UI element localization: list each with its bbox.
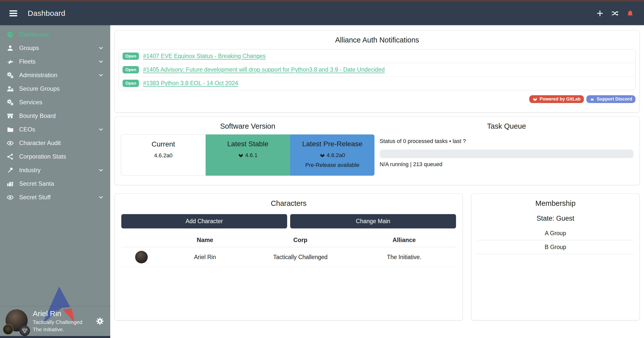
sidebar: Dashboard Groups Fleets Administra [0,25,110,338]
badge-label: Powered by GitLab [540,96,581,102]
add-character-button[interactable]: Add Character [121,214,287,228]
user-corporation: Tactically Challenged [33,318,82,326]
notifications-list: Open #1407 EVE Equinox Status - Breaking… [119,49,635,90]
user-settings-button[interactable] [96,317,104,325]
column-header-corp: Corp [248,233,352,247]
sidebar-item-label: Character Audit [19,139,61,147]
gears-icon [6,99,15,106]
sidebar-item-secret-santa[interactable]: Secret Santa [0,177,110,190]
sidebar-item-label: Fleets [19,58,35,65]
user-alliance: The Initiative. [33,326,82,333]
version-cell-label: Current [121,140,206,148]
sidebar-item-label: Secret Stuff [19,194,51,201]
shuffle-icon [611,10,619,17]
sidebar-item-bounty-board[interactable]: Bounty Board [0,109,110,123]
list-item: B Group [477,240,633,254]
add-button[interactable] [596,10,604,17]
version-cell-label: Latest Pre-Release [290,140,375,148]
characters-buttons: Add Character Change Main [121,214,456,228]
gitlab-tanuki-icon [238,153,244,158]
column-header-name: Name [162,233,249,247]
change-main-button[interactable]: Change Main [290,214,456,228]
list-item: A Group [477,226,633,240]
sidebar-item-label: Bounty Board [19,112,56,119]
switch-character-button[interactable] [611,10,619,17]
powered-by-gitlab-badge[interactable]: Powered by GitLab [529,95,584,103]
sidebar-item-label: Industry [19,167,41,174]
sidebar-item-groups[interactable]: Groups [0,41,110,55]
membership-title: Membership [477,199,633,208]
notifications-button[interactable] [626,10,634,17]
notification-item: Open #1405 Advisory: Future development … [119,63,635,77]
folder-icon [6,126,15,133]
chevron-down-icon [98,167,104,173]
top-navbar: Dashboard [0,1,644,25]
sidebar-item-fleets[interactable]: Fleets [0,55,110,68]
sidebar-item-administration[interactable]: Administration [0,68,110,82]
eye-icon [6,139,15,147]
gauge-icon [6,31,15,38]
current-version: 4.6.2a0 [154,152,172,159]
sidebar-menu: Dashboard Groups Fleets Administra [0,25,110,204]
gear-icon [96,317,104,325]
user-avatar-stack [5,309,30,334]
version-strip: Current 4.6.2a0 Latest Stable 4.6.1 Late… [121,134,375,176]
share-nodes-icon [6,153,15,160]
notification-link[interactable]: #1405 Advisory: Future development will … [143,66,385,73]
support-discord-badge[interactable]: Support Discord [586,95,635,103]
prerelease-note: Pre-Release available [290,162,375,168]
status-badge: Open [123,53,139,60]
version-prerelease-cell: Latest Pre-Release 4.6.2a0 Pre-Release a… [290,134,375,176]
sidebar-toggle-button[interactable] [7,7,20,20]
sidebar-item-corporation-stats[interactable]: Corporation Stats [0,150,110,163]
chevron-down-icon [98,194,104,201]
corp-logo [3,324,13,335]
user-name: Ariel Rin [33,309,82,318]
hammer-icon [6,167,15,174]
sidebar-item-secret-stuff[interactable]: Secret Stuff [0,190,110,204]
eye-icon [6,194,15,201]
user-lock-icon [6,85,15,92]
notification-link[interactable]: #1407 EVE Equinox Status - Breaking Chan… [143,53,266,60]
gears-icon [6,72,15,79]
software-version-section: Software Version Current 4.6.2a0 Latest … [118,122,377,185]
character-corp: Tactically Challenged [248,247,352,267]
characters-title: Characters [121,199,456,208]
sidebar-item-industry[interactable]: Industry [0,163,110,177]
notification-link[interactable]: #1383 Python 3.8 EOL - 14 Oct 2024 [143,80,238,87]
software-taskqueue-panel: Software Version Current 4.6.2a0 Latest … [115,116,640,185]
sidebar-item-label: Secure Groups [19,85,60,92]
notifications-title: Alliance Auth Notifications [119,36,635,44]
sidebar-item-dashboard[interactable]: Dashboard [0,28,110,41]
bottom-row: Characters Add Character Change Main Nam… [115,194,640,320]
sidebar-item-label: CEOs [19,126,35,133]
notifications-panel: Alliance Auth Notifications Open #1407 E… [115,30,640,113]
sidebar-item-label: Administration [19,72,57,79]
version-cell-label: Latest Stable [206,140,290,148]
characters-table: Name Corp Alliance Ariel Rin Tactically … [121,233,456,267]
page-title: Dashboard [28,9,65,18]
character-alliance: The Initiative. [352,247,456,267]
sidebar-item-character-audit[interactable]: Character Audit [0,136,110,150]
prerelease-version: 4.6.2a0 [327,152,345,159]
bell-icon [626,10,634,17]
sidebar-item-secure-groups[interactable]: Secure Groups [0,82,110,95]
chevron-down-icon [98,45,104,51]
version-stable-cell: Latest Stable 4.6.1 [206,134,290,176]
alliance-logo [19,325,30,336]
task-queue-section: Task Queue Status of 0 processed tasks •… [377,122,636,185]
characters-panel: Characters Add Character Change Main Nam… [115,194,463,320]
task-queue-summary: N/A running | 213 queued [380,161,634,168]
sidebar-item-ceos[interactable]: CEOs [0,123,110,136]
sidebar-bottom-strip [0,336,110,338]
software-version-title: Software Version [121,122,375,130]
notification-item: Open #1383 Python 3.8 EOL - 14 Oct 2024 [119,77,635,90]
column-header-portrait [121,233,162,247]
status-badge: Open [123,66,139,73]
sidebar-user-panel: Ariel Rin Tactically Challenged The Init… [0,306,110,336]
task-queue-progressbar [380,150,634,158]
membership-groups-list: A Group B Group [477,226,633,254]
chevron-down-icon [98,58,104,65]
chevron-down-icon [98,126,104,133]
sidebar-item-services[interactable]: Services [0,95,110,109]
